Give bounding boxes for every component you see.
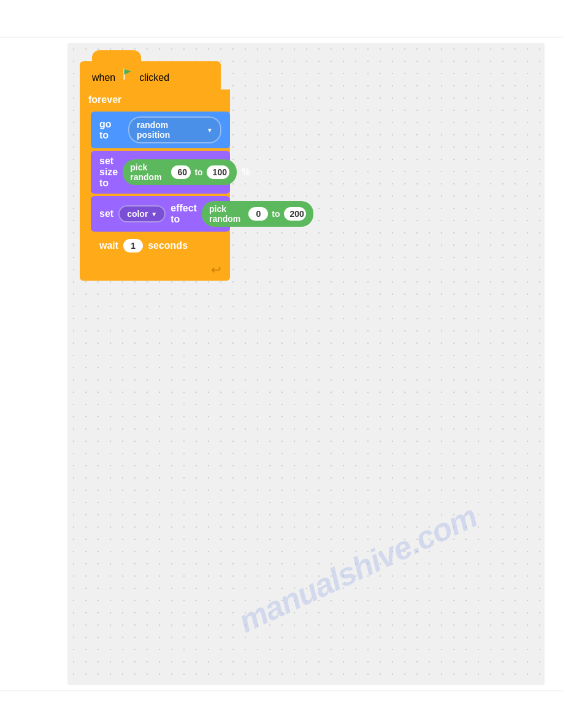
seconds-label: seconds	[148, 240, 188, 251]
forever-top: forever	[80, 89, 230, 110]
goto-label: go to	[99, 119, 123, 141]
wait-value[interactable]: 1	[123, 239, 143, 252]
percent-label: %	[242, 167, 250, 178]
setsize-block[interactable]: set size to pick random 60 to 100 %	[91, 151, 230, 194]
forever-bottom: ↩	[80, 259, 230, 281]
wait-label: wait	[99, 240, 118, 251]
pick-random-effect[interactable]: pick random 0 to 200	[202, 201, 313, 227]
inner-blocks: go to random position ▼ set size to pick…	[80, 110, 230, 259]
setsize-to-label: to	[194, 167, 202, 177]
effect-dropdown-arrow: ▼	[151, 211, 157, 218]
effect-to-label2: to	[272, 209, 280, 219]
forever-block[interactable]: forever go to random position ▼ set size…	[80, 89, 230, 281]
clicked-label: clicked	[139, 72, 169, 83]
effect-dropdown[interactable]: color ▼	[118, 205, 166, 222]
pick-random-size-label: pick random	[130, 162, 167, 182]
effect-to-label: effect to	[170, 203, 197, 225]
goto-dropdown-label: random position	[137, 120, 204, 140]
pick-random-effect-label: pick random	[209, 204, 245, 224]
goto-block[interactable]: go to random position ▼	[91, 112, 230, 148]
goto-dropdown[interactable]: random position ▼	[128, 116, 221, 143]
effect-value1[interactable]: 0	[248, 207, 268, 221]
wait-block[interactable]: wait 1 seconds	[91, 234, 230, 257]
when-label: when	[92, 72, 115, 83]
effect-value2[interactable]: 200	[284, 207, 306, 221]
setsize-label: set size to	[99, 156, 118, 189]
scratch-canvas: when clicked forever go to random positi…	[67, 43, 545, 685]
effect-dropdown-label: color	[127, 209, 148, 219]
goto-dropdown-arrow: ▼	[207, 127, 213, 134]
top-divider	[0, 37, 563, 37]
repeat-icon: ↩	[211, 262, 221, 277]
green-flag-icon	[121, 67, 134, 81]
forever-label: forever	[88, 94, 121, 105]
blocks-stack: when clicked forever go to random positi…	[80, 61, 230, 281]
size-value2[interactable]: 100	[207, 165, 229, 179]
bottom-divider	[0, 691, 563, 691]
size-value1[interactable]: 60	[171, 165, 191, 179]
seteffect-block[interactable]: set color ▼ effect to pick random 0 to 2…	[91, 196, 230, 232]
pick-random-size[interactable]: pick random 60 to 100	[123, 159, 237, 185]
watermark: manualshive.com	[233, 498, 483, 640]
when-clicked-block[interactable]: when clicked	[80, 61, 221, 89]
seteffect-set-label: set	[99, 208, 113, 219]
